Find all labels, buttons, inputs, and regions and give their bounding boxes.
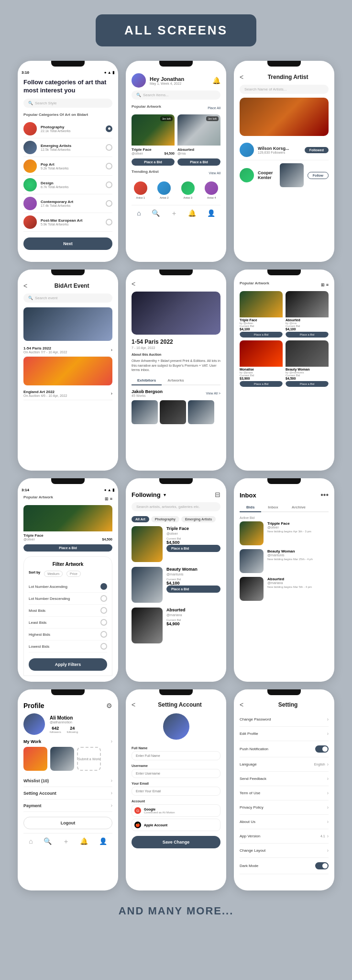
- filter-option-5[interactable]: Highest Bids: [29, 629, 107, 641]
- trending-view-all[interactable]: View All: [209, 171, 220, 175]
- filter-icon-8[interactable]: ⊟: [215, 491, 220, 498]
- cooper-follow-btn[interactable]: Follow: [308, 172, 329, 179]
- menu-payment[interactable]: Payment ›: [23, 800, 112, 812]
- view-all-exhibitor[interactable]: View All >: [206, 392, 220, 395]
- back-arrow-11[interactable]: <: [132, 701, 135, 709]
- nav-search-icon[interactable]: 🔍: [152, 209, 160, 218]
- category-pop[interactable]: Pop Art 9.2k Total Artworks: [23, 157, 112, 176]
- apple-row[interactable]: 🍎 Apple Account: [132, 819, 220, 831]
- search-bar-4[interactable]: 🔍 Search event: [23, 293, 112, 303]
- back-arrow-5[interactable]: <: [132, 280, 135, 288]
- filter-option-6[interactable]: Lowest Bids: [29, 641, 107, 653]
- settings-item-edit-profile[interactable]: Edit Profile ›: [240, 727, 329, 741]
- three-dots-icon[interactable]: •••: [320, 491, 329, 499]
- filter-sort-icon-7[interactable]: ⊞ ≡: [105, 496, 112, 501]
- filter-sort-icon[interactable]: ⊞ ≡: [321, 282, 329, 287]
- menu-setting-account[interactable]: Setting Account ›: [23, 787, 112, 800]
- search-bar-1[interactable]: 🔍 Search Style: [23, 99, 112, 108]
- form-fullname-input[interactable]: [132, 751, 220, 760]
- nav-plus-icon-p[interactable]: ＋: [63, 837, 69, 846]
- artist-4[interactable]: Artist 4: [205, 181, 218, 199]
- my-work-arrow[interactable]: ›: [111, 739, 112, 744]
- place-bid-btn-2[interactable]: Place a Bid: [177, 158, 220, 166]
- category-emerging[interactable]: Emerging Artists 12.5k Total Artworks: [23, 138, 112, 157]
- logout-button[interactable]: Logout: [23, 817, 112, 829]
- filter-option-3[interactable]: Most Bids: [29, 605, 107, 617]
- tag-emerging[interactable]: Emerging Artists: [181, 516, 216, 522]
- settings-item-privacy[interactable]: Privacy Policy ›: [240, 800, 329, 815]
- google-row[interactable]: G Google Connected as Ali Motion: [132, 804, 220, 817]
- gear-icon[interactable]: ⚙: [106, 702, 112, 710]
- menu-whislist[interactable]: Whislist (10) ›: [23, 775, 112, 787]
- filter-radio-5[interactable]: [100, 631, 107, 638]
- nav-plus-icon[interactable]: ＋: [171, 209, 177, 218]
- cat-design-radio[interactable]: [106, 181, 112, 188]
- cat-pop-radio[interactable]: [106, 163, 112, 169]
- sort-opt-price[interactable]: Price: [66, 571, 81, 577]
- settings-item-feedback[interactable]: Send Feedback ›: [240, 772, 329, 786]
- form-username-input[interactable]: [132, 769, 220, 778]
- category-design[interactable]: Design 8.7k Total Artworks: [23, 176, 112, 194]
- filter-radio-2[interactable]: [100, 595, 107, 602]
- cat-emerging-radio[interactable]: [106, 144, 112, 151]
- tab-artworks[interactable]: Artworks: [162, 376, 190, 384]
- tab-exhibitors[interactable]: Exhibitors: [132, 376, 162, 385]
- tag-photography[interactable]: Photography: [151, 516, 179, 522]
- following-arrow-icon[interactable]: ▾: [164, 492, 166, 497]
- artist-2[interactable]: Artist 2: [157, 181, 171, 199]
- artist-3[interactable]: Artist 3: [181, 181, 195, 199]
- upload-work-btn[interactable]: Submit a Work: [77, 747, 101, 771]
- nav-home-icon-p[interactable]: ⌂: [29, 837, 33, 846]
- back-arrow-4[interactable]: <: [23, 282, 27, 290]
- search-bar-3[interactable]: Search Name of Artists...: [240, 85, 329, 94]
- following-bid-btn-1[interactable]: Place a Bid: [166, 545, 220, 552]
- bid-btn-6-2[interactable]: Place a Bid: [286, 332, 329, 338]
- filter-radio-4[interactable]: [100, 619, 107, 626]
- place-bid-btn-1[interactable]: Place a Bid: [132, 158, 175, 166]
- place-all[interactable]: Place All: [208, 106, 220, 110]
- filter-radio-6[interactable]: [100, 643, 107, 650]
- apply-filters-btn[interactable]: Apply Filters: [29, 658, 107, 671]
- filter-option-2[interactable]: Lot Number Descending: [29, 593, 107, 605]
- inbox-tab-archive[interactable]: Archive: [285, 503, 312, 511]
- cat-photo-radio[interactable]: [106, 125, 112, 132]
- filter-option-1[interactable]: Lot Number Ascending: [29, 581, 107, 593]
- bell-icon[interactable]: 🔔: [212, 77, 220, 84]
- artist-1[interactable]: Artist 1: [134, 181, 147, 199]
- category-contemporary[interactable]: Contemporary Art 17.4k Total Artworks: [23, 194, 112, 213]
- nav-profile-icon-p[interactable]: 👤: [99, 837, 107, 846]
- settings-item-layout[interactable]: Change Layout ›: [240, 844, 329, 858]
- cat-postwar-radio[interactable]: [106, 219, 112, 225]
- form-email-input[interactable]: [132, 787, 220, 796]
- search-bar-2[interactable]: 🔍 Search Items...: [132, 90, 220, 100]
- inbox-tab-inbox[interactable]: Inbox: [261, 503, 285, 511]
- bid-btn-6-4[interactable]: Place a Bid: [286, 381, 329, 387]
- nav-home-icon[interactable]: ⌂: [137, 209, 141, 218]
- nav-search-icon-p[interactable]: 🔍: [44, 837, 52, 846]
- nav-bell-icon[interactable]: 🔔: [188, 209, 196, 218]
- nav-profile-icon[interactable]: 👤: [207, 209, 215, 218]
- inbox-tab-bids[interactable]: Bids: [240, 503, 261, 512]
- dark-mode-toggle[interactable]: [315, 862, 329, 869]
- following-bid-btn-2[interactable]: Place a Bid: [166, 586, 220, 593]
- sort-opt-medium[interactable]: Medium: [44, 571, 63, 577]
- settings-item-version[interactable]: App Version 4.1 ›: [240, 829, 329, 844]
- back-arrow-12[interactable]: <: [240, 701, 243, 709]
- push-notif-toggle[interactable]: [315, 745, 329, 753]
- wilson-follow-btn[interactable]: Followed: [305, 147, 329, 153]
- settings-item-darkmode[interactable]: Dark Mode: [240, 858, 329, 874]
- event-item-paris[interactable]: 1-54 Paris 2022 On Auction 7/7 - 10 Apr,…: [23, 344, 112, 357]
- search-bar-8[interactable]: Search artists, artworks, galleries etc.: [132, 502, 220, 511]
- bid-btn-7[interactable]: Place a Bid: [23, 544, 112, 552]
- settings-item-terms[interactable]: Term of Use ›: [240, 786, 329, 800]
- settings-item-push-notif[interactable]: Push Notification: [240, 741, 329, 757]
- back-arrow-3[interactable]: <: [240, 73, 243, 81]
- category-postwar[interactable]: Post-War European Art 5.9k Total Artwork…: [23, 213, 112, 232]
- filter-option-4[interactable]: Least Bids: [29, 617, 107, 629]
- settings-item-about[interactable]: About Us ›: [240, 815, 329, 829]
- cat-contemporary-radio[interactable]: [106, 200, 112, 207]
- next-button[interactable]: Next: [23, 237, 112, 250]
- bid-btn-6-3[interactable]: Place a Bid: [240, 381, 283, 387]
- event-item-england[interactable]: England Art 2022 On Auction 4/6 - 10 Apr…: [23, 387, 112, 400]
- settings-item-change-pwd[interactable]: Change Password ›: [240, 712, 329, 727]
